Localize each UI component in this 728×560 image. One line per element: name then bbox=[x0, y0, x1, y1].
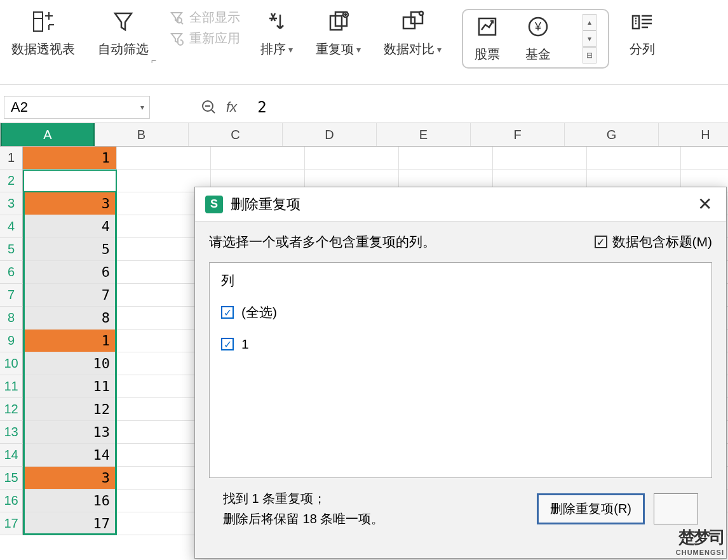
autofilter-button[interactable]: 自动筛选 ⌐ bbox=[86, 9, 160, 58]
row-header[interactable]: 4 bbox=[0, 215, 23, 238]
column-1-checkbox[interactable]: ✓ 1 bbox=[221, 337, 700, 352]
cell[interactable]: 6 bbox=[23, 261, 117, 284]
row-header[interactable]: 8 bbox=[0, 307, 23, 330]
cell[interactable]: 13 bbox=[23, 421, 117, 444]
cell[interactable]: 8 bbox=[23, 307, 117, 330]
column-header-D[interactable]: D bbox=[283, 123, 377, 146]
funds-icon: ¥ bbox=[525, 14, 551, 39]
row-header[interactable]: 14 bbox=[0, 444, 23, 467]
cell[interactable] bbox=[117, 147, 211, 170]
scroll-down-button[interactable]: ▾ bbox=[583, 30, 597, 47]
data-types-group: 股票 ¥ 基金 ▴ ▾ ⊟ bbox=[462, 9, 609, 69]
cell[interactable]: 3 bbox=[23, 192, 117, 215]
select-all-checkbox[interactable]: ✓ (全选) bbox=[221, 303, 700, 321]
chevron-down-icon: ▾ bbox=[437, 44, 442, 55]
checkbox-icon: ✓ bbox=[595, 236, 607, 248]
show-all-button[interactable]: 全部显示 bbox=[169, 9, 240, 26]
compare-icon bbox=[400, 9, 426, 34]
row-header[interactable]: 6 bbox=[0, 261, 23, 284]
row-header[interactable]: 13 bbox=[0, 421, 23, 444]
stocks-icon bbox=[475, 14, 500, 39]
row-header[interactable]: 16 bbox=[0, 490, 23, 512]
sort-icon bbox=[264, 9, 290, 34]
cell[interactable]: 1 bbox=[23, 147, 117, 170]
row-header[interactable]: 9 bbox=[0, 330, 23, 352]
column-header-F[interactable]: F bbox=[471, 123, 565, 146]
row-header[interactable]: 12 bbox=[0, 398, 23, 421]
row-header[interactable]: 3 bbox=[0, 192, 23, 215]
cell[interactable]: 3 bbox=[23, 467, 117, 490]
row-header[interactable]: 11 bbox=[0, 375, 23, 398]
cell[interactable] bbox=[587, 147, 681, 170]
cell[interactable]: 10 bbox=[23, 352, 117, 375]
chevron-down-icon: ▾ bbox=[288, 44, 293, 55]
column-header-A[interactable]: A bbox=[1, 123, 95, 146]
name-box[interactable]: A2 ▾ bbox=[4, 96, 150, 119]
scroll-up-button[interactable]: ▴ bbox=[583, 14, 597, 30]
cell[interactable]: 14 bbox=[23, 444, 117, 467]
column-header-E[interactable]: E bbox=[377, 123, 471, 146]
fx-icon[interactable]: fx bbox=[226, 99, 237, 116]
data-types-scroll: ▴ ▾ ⊟ bbox=[583, 14, 597, 63]
duplicates-button[interactable]: 重复项▾ bbox=[304, 9, 372, 58]
svg-rect-1 bbox=[34, 12, 43, 18]
funds-button[interactable]: ¥ 基金 bbox=[525, 14, 551, 63]
cell[interactable] bbox=[493, 147, 587, 170]
row-headers: 1234567891011121314151617 bbox=[0, 147, 23, 535]
compare-button[interactable]: 数据对比▾ bbox=[372, 9, 453, 58]
remove-duplicates-dialog: S 删除重复项 ✕ 请选择一个或者多个包含重复项的列。 ✓ 数据包含标题(M) … bbox=[194, 187, 727, 559]
svg-text:¥: ¥ bbox=[534, 20, 542, 33]
cancel-button[interactable] bbox=[654, 493, 698, 524]
svg-rect-0 bbox=[34, 12, 43, 31]
cell[interactable]: 2 bbox=[23, 170, 117, 192]
has-header-checkbox[interactable]: ✓ 数据包含标题(M) bbox=[595, 233, 712, 251]
split-icon bbox=[630, 9, 655, 34]
cell[interactable] bbox=[681, 147, 728, 170]
reapply-button[interactable]: 重新应用 bbox=[169, 30, 240, 47]
dialog-titlebar: S 删除重复项 ✕ bbox=[195, 187, 726, 222]
duplicates-icon bbox=[326, 9, 351, 34]
row-header[interactable]: 7 bbox=[0, 284, 23, 307]
zoom-icon[interactable] bbox=[201, 99, 217, 116]
row-header[interactable]: 15 bbox=[0, 467, 23, 490]
cell[interactable] bbox=[305, 147, 399, 170]
remove-duplicates-button[interactable]: 删除重复项(R) bbox=[537, 493, 645, 524]
cell[interactable]: 4 bbox=[23, 215, 117, 238]
sort-button[interactable]: 排序▾ bbox=[249, 9, 304, 58]
row-header[interactable]: 2 bbox=[0, 170, 23, 192]
checkbox-icon: ✓ bbox=[221, 338, 234, 350]
column-header-C[interactable]: C bbox=[189, 123, 283, 146]
columns-list: 列 ✓ (全选) ✓ 1 bbox=[209, 262, 712, 478]
chevron-down-icon[interactable]: ▾ bbox=[140, 103, 144, 112]
cell[interactable]: 1 bbox=[23, 330, 117, 352]
cell[interactable]: 7 bbox=[23, 284, 117, 307]
close-button[interactable]: ✕ bbox=[694, 194, 716, 215]
column-header-H[interactable]: H bbox=[659, 123, 728, 146]
column-header-B[interactable]: B bbox=[95, 123, 189, 146]
formula-input[interactable]: 2 bbox=[246, 98, 266, 116]
cell[interactable]: 11 bbox=[23, 375, 117, 398]
split-button[interactable]: 分列 bbox=[618, 9, 666, 58]
funnel-icon bbox=[111, 9, 136, 34]
cell[interactable]: 12 bbox=[23, 398, 117, 421]
list-header: 列 bbox=[221, 272, 700, 290]
scroll-expand-button[interactable]: ⊟ bbox=[583, 47, 597, 63]
formula-bar: A2 ▾ fx 2 bbox=[0, 91, 728, 123]
cell[interactable]: 17 bbox=[23, 512, 117, 535]
chevron-down-icon: ▾ bbox=[356, 44, 361, 55]
ribbon-toolbar: 数据透视表 自动筛选 ⌐ 全部显示 重新应用 排序▾ 重复项▾ bbox=[0, 0, 728, 85]
cell[interactable]: 5 bbox=[23, 238, 117, 261]
row-header[interactable]: 17 bbox=[0, 512, 23, 535]
row-header[interactable]: 10 bbox=[0, 352, 23, 375]
cell[interactable] bbox=[211, 147, 305, 170]
cell[interactable]: 16 bbox=[23, 490, 117, 512]
row-header[interactable]: 1 bbox=[0, 147, 23, 170]
row-header[interactable]: 5 bbox=[0, 238, 23, 261]
stocks-button[interactable]: 股票 bbox=[475, 14, 500, 63]
app-icon: S bbox=[205, 196, 223, 213]
column-header-G[interactable]: G bbox=[565, 123, 659, 146]
filter-subgroup: 全部显示 重新应用 bbox=[160, 9, 249, 47]
pivot-table-button[interactable]: 数据透视表 bbox=[0, 9, 86, 58]
cell[interactable] bbox=[399, 147, 493, 170]
expand-icon[interactable]: ⌐ bbox=[151, 55, 156, 65]
